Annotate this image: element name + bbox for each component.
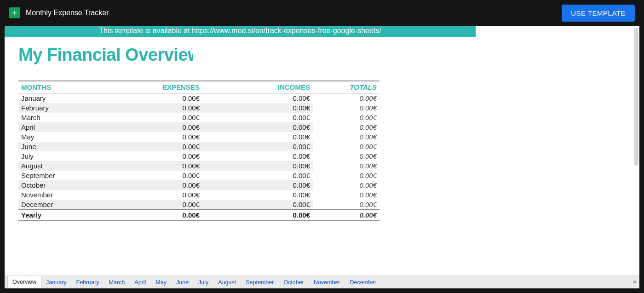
tab-overview[interactable]: Overview (7, 276, 41, 288)
cell-incomes[interactable]: 0.00€ (202, 142, 313, 151)
cell-incomes[interactable]: 0.00€ (202, 210, 313, 221)
table-row[interactable]: January0.00€0.00€0.00€ (18, 93, 380, 103)
header-months: MONTHS (18, 81, 74, 93)
table-row[interactable]: May0.00€0.00€0.00€ (18, 132, 380, 142)
table-row[interactable]: March0.00€0.00€0.00€ (18, 113, 380, 122)
cell-totals[interactable]: 0.00€ (313, 171, 380, 180)
cell-month[interactable]: April (18, 122, 74, 132)
cell-expenses[interactable]: 0.00€ (74, 171, 202, 180)
cell-totals[interactable]: 0.00€ (313, 210, 380, 221)
tab-june[interactable]: June (172, 276, 194, 288)
cell-totals[interactable]: 0.00€ (313, 122, 380, 132)
cell-totals[interactable]: 0.00€ (313, 142, 380, 151)
table-row[interactable]: February0.00€0.00€0.00€ (18, 103, 380, 113)
cell-month[interactable]: December (18, 200, 74, 210)
cell-expenses[interactable]: 0.00€ (74, 151, 202, 161)
cell-incomes[interactable]: 0.00€ (202, 113, 313, 122)
table-row[interactable]: August0.00€0.00€0.00€ (18, 161, 380, 171)
cell-totals[interactable]: 0.00€ (313, 151, 380, 161)
cell-incomes[interactable]: 0.00€ (202, 180, 313, 190)
table-row[interactable]: July0.00€0.00€0.00€ (18, 151, 380, 161)
header-expenses: EXPENSES (74, 81, 202, 93)
tab-february[interactable]: February (72, 276, 104, 288)
cell-expenses[interactable]: 0.00€ (74, 190, 202, 200)
scrollbar[interactable] (634, 28, 638, 166)
cell-expenses[interactable]: 0.00€ (74, 180, 202, 190)
sheets-icon (9, 7, 20, 18)
header-totals: TOTALS (313, 81, 380, 93)
cell-expenses[interactable]: 0.00€ (74, 93, 202, 103)
cell-incomes[interactable]: 0.00€ (202, 122, 313, 132)
cell-expenses[interactable]: 0.00€ (74, 200, 202, 210)
table-row[interactable]: April0.00€0.00€0.00€ (18, 122, 380, 132)
tab-october[interactable]: October (279, 276, 309, 288)
cell-expenses[interactable]: 0.00€ (74, 161, 202, 171)
tab-november[interactable]: November (309, 276, 345, 288)
close-icon[interactable]: ✕ (630, 276, 639, 288)
cell-incomes[interactable]: 0.00€ (202, 93, 313, 103)
cell-expenses[interactable]: 0.00€ (74, 210, 202, 221)
viewport: This template is available at https://ww… (0, 26, 644, 293)
topbar-left: Monthly Expense Tracker (9, 7, 109, 18)
cell-incomes[interactable]: 0.00€ (202, 190, 313, 200)
cell-totals[interactable]: 0.00€ (313, 200, 380, 210)
cell-incomes[interactable]: 0.00€ (202, 132, 313, 142)
tab-march[interactable]: March (104, 276, 130, 288)
cell-expenses[interactable]: 0.00€ (74, 122, 202, 132)
cell-month[interactable]: August (18, 161, 74, 171)
table-row[interactable]: December0.00€0.00€0.00€ (18, 200, 380, 210)
cell-totals[interactable]: 0.00€ (313, 161, 380, 171)
svg-rect-2 (14, 11, 15, 16)
cell-month[interactable]: June (18, 142, 74, 151)
sheet-tabs: OverviewJanuaryFebruaryMarchAprilMayJune… (5, 276, 639, 288)
document-title: Monthly Expense Tracker (26, 9, 109, 17)
cell-month[interactable]: February (18, 103, 74, 113)
cell-incomes[interactable]: 0.00€ (202, 151, 313, 161)
content: My Financial Overview MONTHS EXPENSES IN… (5, 37, 639, 275)
cell-month[interactable]: March (18, 113, 74, 122)
cell-totals[interactable]: 0.00€ (313, 180, 380, 190)
tab-august[interactable]: August (213, 276, 241, 288)
page-title: My Financial Overview (18, 45, 193, 65)
cell-totals[interactable]: 0.00€ (313, 113, 380, 122)
cell-incomes[interactable]: 0.00€ (202, 103, 313, 113)
use-template-button[interactable]: USE TEMPLATE (562, 5, 635, 22)
table-row[interactable]: November0.00€0.00€0.00€ (18, 190, 380, 200)
cell-totals[interactable]: 0.00€ (313, 132, 380, 142)
cell-expenses[interactable]: 0.00€ (74, 142, 202, 151)
cell-month[interactable]: January (18, 93, 74, 103)
cell-month[interactable]: November (18, 190, 74, 200)
tab-july[interactable]: July (194, 276, 213, 288)
table-header-row: MONTHS EXPENSES INCOMES TOTALS (18, 81, 380, 93)
cell-month[interactable]: September (18, 171, 74, 180)
tab-september[interactable]: September (241, 276, 279, 288)
table-row[interactable]: September0.00€0.00€0.00€ (18, 171, 380, 180)
overview-table: MONTHS EXPENSES INCOMES TOTALS January0.… (18, 80, 380, 221)
cell-totals[interactable]: 0.00€ (313, 190, 380, 200)
cell-month[interactable]: Yearly (18, 210, 74, 221)
cell-incomes[interactable]: 0.00€ (202, 171, 313, 180)
banner: This template is available at https://ww… (5, 26, 476, 37)
tab-december[interactable]: December (345, 276, 382, 288)
cell-totals[interactable]: 0.00€ (313, 103, 380, 113)
tab-may[interactable]: May (151, 276, 172, 288)
topbar: Monthly Expense Tracker USE TEMPLATE (0, 0, 644, 26)
table-row[interactable]: June0.00€0.00€0.00€ (18, 142, 380, 151)
header-incomes: INCOMES (202, 81, 313, 93)
cell-incomes[interactable]: 0.00€ (202, 200, 313, 210)
table-row-yearly[interactable]: Yearly0.00€0.00€0.00€ (18, 210, 380, 221)
cell-incomes[interactable]: 0.00€ (202, 161, 313, 171)
table-row[interactable]: October0.00€0.00€0.00€ (18, 180, 380, 190)
cell-month[interactable]: October (18, 180, 74, 190)
tab-january[interactable]: January (41, 276, 71, 288)
cell-expenses[interactable]: 0.00€ (74, 103, 202, 113)
cell-totals[interactable]: 0.00€ (313, 93, 380, 103)
cell-expenses[interactable]: 0.00€ (74, 132, 202, 142)
cell-month[interactable]: May (18, 132, 74, 142)
sheet-frame: This template is available at https://ww… (5, 26, 639, 288)
tab-april[interactable]: April (130, 276, 151, 288)
cell-month[interactable]: July (18, 151, 74, 161)
cell-expenses[interactable]: 0.00€ (74, 113, 202, 122)
